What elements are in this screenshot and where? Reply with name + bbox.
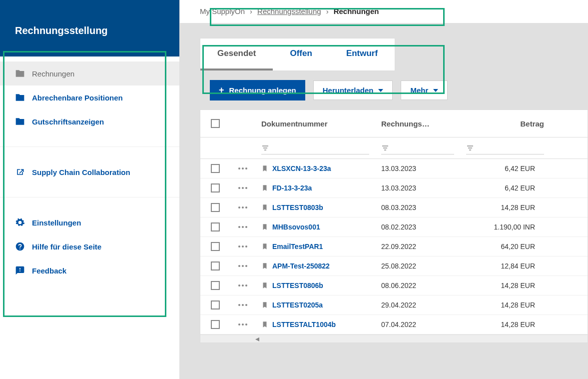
breadcrumb-link[interactable]: Rechnungsstellung — [257, 7, 321, 16]
create-invoice-button[interactable]: + Rechnung anlegen — [210, 80, 305, 100]
document-link[interactable]: EmailTestPAR1 — [261, 242, 369, 250]
col-header-document[interactable]: Dokumentnummer — [255, 110, 375, 137]
invoice-date: 25.08.2022 — [375, 257, 460, 275]
row-checkbox[interactable] — [211, 222, 220, 232]
sidebar-nav-external: Supply Chain Collaboration — [0, 155, 179, 189]
chevron-right-icon: › — [250, 7, 252, 16]
sidebar-item-settings[interactable]: Einstellungen — [0, 210, 179, 234]
tab-offen[interactable]: Offen — [273, 38, 329, 70]
toolbar: + Rechnung anlegen Herunterladen Mehr — [200, 71, 588, 110]
row-actions-menu[interactable] — [238, 304, 247, 306]
invoice-date: 13.03.2023 — [375, 160, 460, 178]
sidebar-item-rechnungen[interactable]: Rechnungen — [0, 62, 179, 86]
table-row: EmailTestPAR122.09.202264,20 EUR — [200, 237, 588, 256]
main: My SupplyOn › Rechnungsstellung › Rechnu… — [180, 0, 588, 379]
invoice-amount: 14,28 EUR — [460, 316, 550, 334]
bookmark-icon — [261, 302, 268, 308]
col-header-date[interactable]: Rechnungs… — [375, 110, 460, 137]
row-checkbox[interactable] — [211, 320, 220, 329]
row-actions-menu[interactable] — [238, 265, 247, 267]
invoice-amount: 64,20 EUR — [460, 238, 550, 256]
sidebar-item-label: Abrechenbare Positionen — [32, 94, 123, 102]
document-link[interactable]: LSTTEST0205a — [261, 301, 369, 309]
document-link[interactable]: LSTTESTALT1004b — [261, 320, 369, 328]
breadcrumb-root[interactable]: My SupplyOn — [200, 7, 245, 16]
download-button[interactable]: Herunterladen — [313, 80, 393, 100]
row-actions-menu[interactable] — [238, 187, 247, 189]
filter-date[interactable] — [381, 142, 454, 154]
sidebar-item-label: Supply Chain Collaboration — [32, 168, 130, 176]
sidebar-item-feedback[interactable]: Feedback — [0, 258, 179, 282]
row-actions-menu[interactable] — [238, 168, 247, 170]
sidebar-title: Rechnungsstellung — [0, 0, 179, 56]
document-number: LSTTESTALT1004b — [272, 320, 336, 328]
document-link[interactable]: MHBsovos001 — [261, 223, 369, 231]
breadcrumb-bar: My SupplyOn › Rechnungsstellung › Rechnu… — [180, 0, 588, 23]
row-actions-menu[interactable] — [238, 246, 247, 248]
row-checkbox[interactable] — [211, 262, 220, 270]
more-button[interactable]: Mehr — [401, 80, 448, 100]
row-checkbox[interactable] — [211, 300, 220, 310]
sidebar-item-label: Rechnungen — [32, 70, 74, 78]
invoice-date: 29.04.2022 — [375, 296, 460, 314]
document-number: LSTTEST0205a — [272, 301, 323, 309]
chevron-down-icon — [433, 89, 438, 92]
external-link-icon — [15, 167, 25, 177]
row-actions-menu[interactable] — [238, 226, 247, 228]
document-number: XLSXCN-13-3-23a — [272, 164, 331, 172]
scroll-left-icon: ◂ — [255, 334, 259, 344]
invoice-table: Dokumentnummer Rechnungs… Betrag XLSXCN-… — [200, 110, 588, 343]
chevron-down-icon — [378, 89, 383, 92]
folder-icon — [15, 92, 25, 102]
gear-icon — [15, 218, 25, 228]
button-label: Herunterladen — [323, 86, 374, 94]
table-row: MHBsovos00108.02.20231.190,00 INR — [200, 218, 588, 237]
table-row: LSTTEST0806b08.06.202214,28 EUR — [200, 276, 588, 296]
row-actions-menu[interactable] — [238, 284, 247, 286]
select-all-checkbox[interactable] — [211, 119, 220, 128]
tab-gesendet[interactable]: Gesendet — [200, 38, 273, 70]
filter-row — [200, 138, 588, 159]
invoice-date: 22.09.2022 — [375, 238, 460, 256]
document-link[interactable]: XLSXCN-13-3-23a — [261, 164, 369, 172]
row-checkbox[interactable] — [211, 184, 220, 192]
sidebar-item-help[interactable]: Hilfe für diese Seite — [0, 234, 179, 258]
document-link[interactable]: FD-13-3-23a — [261, 184, 369, 192]
sidebar-nav-main: Rechnungen Abrechenbare Positionen Gutsc… — [0, 56, 179, 138]
invoice-date: 07.04.2022 — [375, 316, 460, 334]
document-link[interactable]: LSTTEST0806b — [261, 282, 369, 290]
col-header-amount[interactable]: Betrag — [460, 110, 550, 137]
row-actions-menu[interactable] — [238, 324, 247, 326]
horizontal-scrollbar[interactable]: ◂ — [200, 334, 588, 342]
tab-entwurf[interactable]: Entwurf — [329, 38, 395, 70]
row-checkbox[interactable] — [211, 164, 220, 173]
row-checkbox[interactable] — [211, 203, 220, 212]
document-link[interactable]: APM-Test-250822 — [261, 262, 369, 270]
document-link[interactable]: LSTTEST0803b — [261, 204, 369, 212]
plus-icon: + — [219, 85, 224, 96]
bookmark-icon — [261, 243, 268, 250]
table-row: LSTTESTALT1004b07.04.202214,28 EUR — [200, 315, 588, 334]
sidebar-item-scc[interactable]: Supply Chain Collaboration — [0, 160, 179, 184]
button-label: Mehr — [410, 86, 428, 94]
table-row: XLSXCN-13-3-23a13.03.20236,42 EUR — [200, 159, 588, 178]
document-number: FD-13-3-23a — [272, 184, 312, 192]
filter-amount[interactable] — [466, 142, 544, 154]
invoice-amount: 1.190,00 INR — [460, 218, 550, 236]
table-row: APM-Test-25082225.08.202212,84 EUR — [200, 256, 588, 276]
invoice-date: 08.03.2023 — [375, 198, 460, 216]
row-checkbox[interactable] — [211, 242, 220, 251]
invoice-amount: 14,28 EUR — [460, 198, 550, 216]
button-label: Rechnung anlegen — [229, 86, 296, 94]
bookmark-icon — [261, 204, 268, 211]
document-number: LSTTEST0803b — [272, 204, 323, 212]
sidebar-item-label: Feedback — [32, 266, 66, 275]
row-checkbox[interactable] — [211, 281, 220, 290]
invoice-date: 08.02.2023 — [375, 218, 460, 236]
row-actions-menu[interactable] — [238, 206, 247, 208]
filter-document[interactable] — [261, 142, 369, 154]
sidebar-item-gutschrift[interactable]: Gutschriftsanzeigen — [0, 110, 179, 134]
divider — [0, 146, 179, 147]
content: Gesendet Offen Entwurf + Rechnung anlege… — [180, 23, 588, 379]
sidebar-item-abrechenbare[interactable]: Abrechenbare Positionen — [0, 86, 179, 110]
